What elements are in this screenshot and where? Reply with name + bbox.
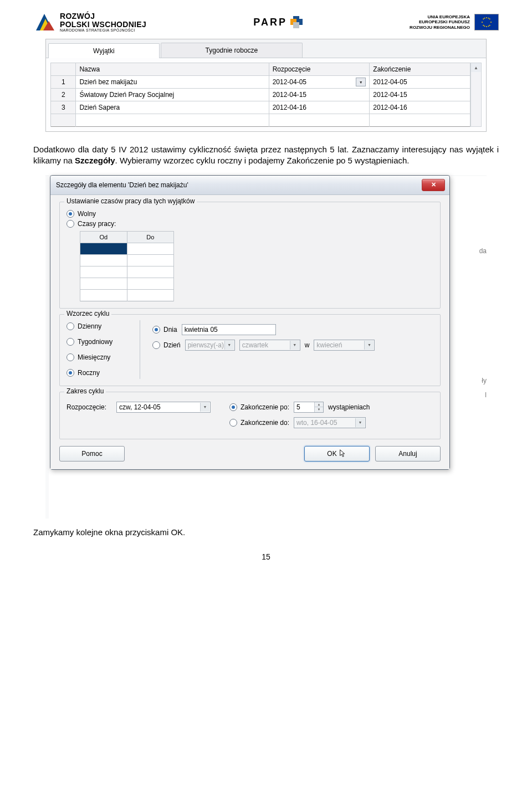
radio-weekly[interactable]: Tygodniowy [66,338,127,346]
group-recurrence-legend: Wzorzec cyklu [64,310,111,317]
radio-icon [229,403,237,411]
radio-end-by[interactable]: Zakończenie do: [229,419,289,427]
dialog-screenshot: da ły l Szczegóły dla elementu 'Dzień be… [45,175,487,519]
svg-point-4 [486,26,487,27]
chevron-down-icon: ▼ [224,341,234,350]
radio-yearly[interactable]: Roczny [66,369,127,377]
cell-start[interactable]: 2012-04-05▼ [269,76,370,89]
on-date-field[interactable]: kwietnia 05 [182,324,276,335]
table-row[interactable]: 2 Światowy Dzień Pracy Socjalnej 2012-04… [51,89,470,101]
cell-start[interactable]: 2012-04-15 [269,89,370,101]
month-combo[interactable]: kwiecień▼ [314,340,375,351]
chevron-down-icon: ▼ [364,341,374,350]
svg-point-10 [489,25,490,26]
column-from: Od [80,231,127,243]
time-cell[interactable] [127,243,174,254]
occurrences-suffix: wystąpieniach [328,403,370,411]
radio-working-times-label: Czasy pracy: [78,220,116,228]
group-working-times: Ustawianie czasów pracy dla tych wyjątkó… [59,202,441,309]
cell-name[interactable]: Dzień Sapera [76,101,269,114]
ordinal-combo[interactable]: pierwszy(-a)▼ [185,340,235,351]
time-cell[interactable] [80,278,127,289]
logo-rozwoj: ROZWÓJ POLSKI WSCHODNIEJ NARODOWA STRATE… [33,11,146,33]
chevron-down-icon: ▼ [355,418,365,427]
cell-start[interactable]: 2012-04-16 [269,101,370,114]
cell-end[interactable]: 2012-04-05 [370,76,470,89]
group-range-legend: Zakres cyklu [64,387,106,395]
group-recurrence-range: Zakres cyklu Rozpoczęcie: czw, 12-04-05▼… [59,392,441,439]
svg-point-9 [483,25,484,26]
svg-point-7 [483,18,484,19]
chevron-down-icon: ▼ [200,403,209,412]
close-button[interactable]: ✕ [422,179,445,191]
cell-end[interactable]: 2012-04-16 [370,101,470,114]
help-button[interactable]: Pomoc [59,446,125,461]
svg-point-6 [490,22,492,23]
logo-rozwoj-line3: NARODOWA STRATEGIA SPÓJNOŚCI [60,28,146,32]
logo-parp-icon [290,16,303,28]
exceptions-panel: Wyjątki Tygodnie robocze Nazwa Rozpoczęc… [45,39,487,132]
group-working-times-legend: Ustawianie czasów pracy dla tych wyjątkó… [64,197,197,205]
radio-icon [66,322,74,330]
cell-name[interactable]: Dzień bez makijażu [76,76,269,89]
column-to: Do [127,231,174,243]
radio-monthly[interactable]: Miesięczny [66,353,127,361]
cell-name[interactable]: Światowy Dzień Pracy Socjalnej [76,89,269,101]
radio-icon [229,419,237,427]
time-cell[interactable] [80,289,127,301]
radio-working-times[interactable]: Czasy pracy: [66,220,433,228]
radio-end-after[interactable]: Zakończenie po: [229,403,289,411]
svg-point-13 [484,25,485,27]
dialog-titlebar[interactable]: Szczegóły dla elementu 'Dzień bez makija… [50,176,449,195]
spin-down-icon[interactable]: ▼ [314,407,323,412]
table-row[interactable]: 1 Dzień bez makijażu 2012-04-05▼ 2012-04… [51,76,470,89]
tab-exceptions[interactable]: Wyjątki [48,43,160,58]
column-start: Rozpoczęcie [269,63,370,76]
radio-daily[interactable]: Dzienny [66,322,127,330]
svg-point-14 [488,25,489,27]
eu-flag-icon [474,14,499,30]
cell-end[interactable]: 2012-04-15 [370,89,470,101]
time-cell[interactable] [127,254,174,266]
occurrences-spinner[interactable]: 5 ▲▼ [294,402,324,413]
logo-rozwoj-icon [33,11,55,33]
end-by-date-combo[interactable]: wto, 16-04-05▼ [294,417,366,428]
body-paragraph-2: Zamykamy kolejne okna przyciskami OK. [33,527,499,538]
logo-eu: UNIA EUROPEJSKA EUROPEJSKI FUNDUSZ ROZWO… [410,14,499,30]
time-cell[interactable] [80,254,127,266]
radio-icon [152,341,160,349]
radio-free[interactable]: Wolny [66,210,433,218]
page-header: ROZWÓJ POLSKI WSCHODNIEJ NARODOWA STRATE… [33,11,499,33]
row-index: 1 [51,76,76,89]
radio-on-date[interactable]: Dnia [152,326,177,334]
exceptions-table[interactable]: Nazwa Rozpoczęcie Zakończenie 1 Dzień be… [50,63,470,127]
working-times-table: OdDo [80,231,174,301]
time-cell[interactable] [127,289,174,301]
background-text-fragment: l [485,391,487,399]
date-dropdown-icon[interactable]: ▼ [356,78,366,86]
radio-free-label: Wolny [78,210,96,218]
cancel-button[interactable]: Anuluj [375,446,441,461]
table-row[interactable] [51,114,470,127]
body-paragraph-1: Dodatkowo dla daty 5 IV 2012 ustawimy cy… [33,144,499,167]
time-cell[interactable] [80,266,127,278]
ok-button[interactable]: OK [304,446,370,461]
radio-on-day[interactable]: Dzień [152,341,181,349]
time-cell[interactable] [127,266,174,278]
tab-work-weeks[interactable]: Tygodnie robocze [161,43,303,58]
in-label: w [305,341,310,349]
group-recurrence-pattern: Wzorzec cyklu Dzienny Tygodniowy Miesięc… [59,314,441,386]
table-row[interactable]: 3 Dzień Sapera 2012-04-16 2012-04-16 [51,101,470,114]
time-cell[interactable] [127,278,174,289]
logo-rozwoj-line2: POLSKI WSCHODNIEJ [60,20,146,29]
time-cell[interactable] [80,243,127,254]
logo-parp-text: PARP [253,17,287,28]
scrollbar[interactable]: ▲ [470,63,482,127]
scroll-up-icon[interactable]: ▲ [471,63,481,72]
spin-up-icon[interactable]: ▲ [314,402,323,407]
radio-icon [152,326,160,334]
weekday-combo[interactable]: czwartek▼ [239,340,300,351]
start-date-combo[interactable]: czw, 12-04-05▼ [116,402,211,413]
logo-eu-line2: EUROPEJSKI FUNDUSZ [410,19,470,25]
background-text-fragment: ły [482,377,487,384]
